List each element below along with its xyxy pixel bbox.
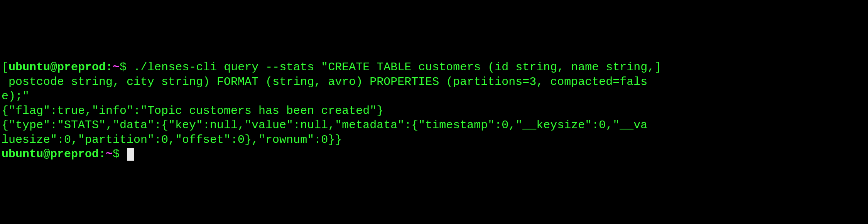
prompt-dollar: $ — [120, 61, 127, 74]
cursor[interactable] — [127, 148, 134, 161]
output-text-1: {"flag":true,"info":"Topic customers has… — [2, 104, 383, 117]
output-text-3: luesize":0,"partition":0,"offset":0},"ro… — [2, 133, 342, 146]
prompt-user-host-2: ubuntu@preprod — [2, 148, 99, 161]
terminal-line-3: e);" — [2, 89, 866, 104]
output-text-2: {"type":"STATS","data":{"key":null,"valu… — [2, 119, 647, 132]
terminal-line-7[interactable]: ubuntu@preprod:~$ — [2, 147, 866, 162]
prompt-path: ~ — [113, 61, 120, 74]
terminal-line-6: luesize":0,"partition":0,"offset":0},"ro… — [2, 133, 866, 148]
prompt-user-host: ubuntu@preprod — [8, 61, 106, 74]
prompt-bracket-open: [ — [2, 61, 8, 74]
prompt-colon-2: : — [99, 148, 106, 161]
terminal-line-5: {"type":"STATS","data":{"key":null,"valu… — [2, 118, 866, 133]
prompt-bracket-close: ] — [654, 61, 661, 74]
command-text-2: postcode string, city string) FORMAT (st… — [2, 75, 647, 88]
prompt-colon: : — [106, 61, 113, 74]
command-text-1: ./lenses-cli query --stats "CREATE TABLE… — [127, 61, 654, 74]
prompt-path-2: ~ — [106, 148, 113, 161]
terminal-line-4: {"flag":true,"info":"Topic customers has… — [2, 104, 866, 119]
command-text-3: e);" — [2, 90, 29, 103]
terminal-line-2: postcode string, city string) FORMAT (st… — [2, 75, 866, 90]
terminal-line-1: [ubuntu@preprod:~$ ./lenses-cli query --… — [2, 60, 866, 75]
prompt-dollar-2: $ — [113, 148, 120, 161]
